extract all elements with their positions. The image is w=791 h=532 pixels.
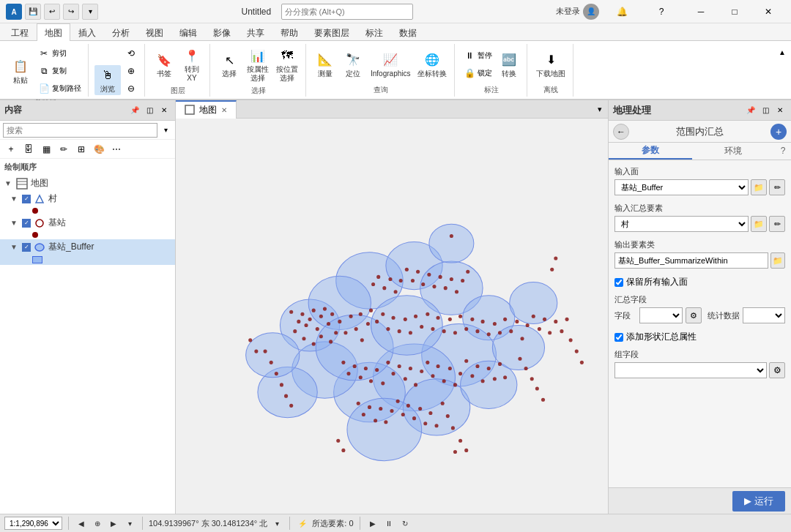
tab-feature-layer[interactable]: 要素图层 [306,23,357,41]
sidebar-menu-btn[interactable]: ◫ [143,104,156,117]
layer-icon[interactable]: ▦ [38,141,54,157]
close-button[interactable]: ✕ [751,0,785,23]
geo-tab-params[interactable]: 参数 [609,143,692,160]
minimize-button[interactable]: ─ [684,0,718,23]
play-btn[interactable]: ▶ [366,517,379,530]
copy-button[interactable]: ⧉ 复制 [35,63,83,79]
list-item[interactable]: ▼ ✓ 村 [0,191,175,206]
sidebar-filter-btn[interactable]: ▾ [159,124,172,137]
tab-help[interactable]: 帮助 [272,23,306,41]
list-item[interactable]: ▼ 地图 [0,176,175,191]
nav-tools-btn[interactable]: ⊕ [91,517,104,530]
tab-share[interactable]: 共享 [239,23,272,41]
field-select[interactable] [639,307,683,323]
ribbon-collapse-btn[interactable]: ▲ [776,47,788,58]
map-options-btn[interactable]: ▾ [592,100,608,119]
more-tools-btn[interactable]: ⋯ [108,141,125,157]
add-shape-checkbox[interactable] [614,333,623,342]
input-face-edit-btn[interactable]: ✏ [769,179,785,195]
geo-pin-btn[interactable]: 📌 [744,104,757,117]
geo-add-btn[interactable]: + [770,124,787,140]
map-tab[interactable]: 地图 ✕ [176,100,237,119]
input-face-folder-btn[interactable]: 📁 [751,179,767,195]
tab-analysis[interactable]: 分析 [104,23,138,41]
sidebar-close-btn[interactable]: ✕ [157,104,171,117]
locate-button[interactable]: 🔭 定位 [340,50,366,80]
bookmark-button[interactable]: 🔖 书签 [151,50,177,80]
tab-project[interactable]: 工程 [3,23,37,41]
scale-select[interactable]: 1:1,290,896 [4,517,62,530]
pause-button[interactable]: ⏸暂停 [461,48,494,64]
list-item[interactable]: ▼ ✓ 基站_Buffer [0,239,175,255]
layer-checkbox[interactable]: ✓ [22,219,31,228]
nav-btn3[interactable]: ⊖ [122,80,140,97]
tab-insert[interactable]: 插入 [70,23,104,41]
geo-window-btn[interactable]: ◫ [759,104,772,117]
maximize-button[interactable]: □ [718,0,751,23]
label-convert-button[interactable]: 🔤 转换 [496,50,522,80]
stats-select[interactable] [743,307,786,323]
notification-icon[interactable]: 🔔 [605,0,639,23]
more-icon[interactable]: ▾ [82,4,98,20]
pause-btn[interactable]: ⏸ [382,517,396,530]
input-face-select[interactable]: 基站_Buffer [614,179,749,195]
select-by-location-button[interactable]: 🗺 按位置选择 [273,45,301,84]
group-settings-btn[interactable]: ⚙ [769,362,785,378]
output-type-input[interactable] [614,252,768,269]
save-icon[interactable]: 💾 [25,4,41,20]
keep-all-checkbox[interactable] [614,278,623,287]
lock-button[interactable]: 🔒锁定 [461,65,494,81]
geo-back-btn[interactable]: ← [613,124,629,140]
select-by-attr-button[interactable]: 📊 按属性选择 [244,45,272,84]
nav-menu-btn[interactable]: ▾ [123,517,136,530]
geo-close-btn[interactable]: ✕ [773,104,787,117]
input-summary-edit-btn[interactable]: ✏ [769,216,785,232]
tab-view[interactable]: 视图 [138,23,171,41]
tab-imagery[interactable]: 影像 [205,23,239,41]
nav-btn1[interactable]: ⟲ [122,45,140,61]
cut-button[interactable]: ✂ 剪切 [35,45,83,61]
browse-button[interactable]: 🖱 浏览 [94,65,121,95]
select-filter-btn[interactable]: ⚡ [296,517,309,530]
copy-path-button[interactable]: 📄 复制路径 [35,80,83,97]
map-tab-close[interactable]: ✕ [221,106,227,114]
input-summary-select[interactable]: 村 [614,216,749,232]
input-summary-folder-btn[interactable]: 📁 [751,216,767,232]
coord-dropdown-btn[interactable]: ▾ [270,517,283,530]
list-item[interactable]: ▼ ✓ 基站 [0,215,175,231]
paste-button[interactable]: 📋 粘贴 [7,56,34,86]
output-folder-btn[interactable]: 📁 [770,252,785,269]
goto-xy-button[interactable]: 📍 转到XY [179,45,205,84]
title-search-input[interactable] [281,4,413,20]
layer-checkbox[interactable]: ✓ [22,195,31,203]
user-avatar[interactable]: 👤 [583,4,599,20]
db-icon[interactable]: 🗄 [21,141,37,157]
sidebar-pin-btn[interactable]: 📌 [128,104,141,117]
nav-prev-btn[interactable]: ◀ [75,517,88,530]
help-icon[interactable]: ? [645,0,678,23]
coord-convert-button[interactable]: 🌐 坐标转换 [415,50,450,80]
geo-tab-env[interactable]: 环境 [692,143,776,160]
run-button[interactable]: ▶ 运行 [732,491,785,512]
nav-btn2[interactable]: ⊕ [122,63,140,79]
download-map-button[interactable]: ⬇ 下载地图 [533,50,568,80]
layer-checkbox[interactable]: ✓ [22,243,31,252]
paint-icon[interactable]: 🎨 [91,141,107,157]
draw-icon[interactable]: ✏ [56,141,72,157]
add-layer-btn[interactable]: + [3,141,19,157]
measure-button[interactable]: 📐 测量 [312,50,338,80]
map-canvas[interactable] [176,119,608,514]
refresh-btn[interactable]: ↻ [398,517,412,530]
group-field-select[interactable] [614,362,767,378]
field-settings-btn[interactable]: ⚙ [686,307,702,323]
tab-labeling[interactable]: 标注 [357,23,391,41]
select-button[interactable]: ↖ 选择 [216,50,242,80]
sidebar-search-input[interactable] [3,123,157,138]
nav-next-btn[interactable]: ▶ [107,517,120,530]
redo-icon[interactable]: ↪ [63,4,79,20]
geo-help-btn[interactable]: ? [775,143,791,159]
tab-edit[interactable]: 编辑 [171,23,205,41]
tab-data[interactable]: 数据 [391,23,425,41]
grid-icon[interactable]: ⊞ [73,141,89,157]
tab-map[interactable]: 地图 [37,23,70,41]
